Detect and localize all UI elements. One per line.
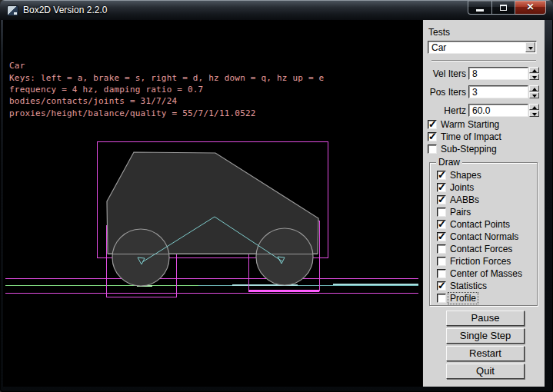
checkbox-label: Contact Forces [450,244,512,254]
checkbox[interactable] [428,120,437,129]
spinner-value-field[interactable]: 8 [468,67,528,80]
arrow-up-icon [532,88,537,91]
debug-text-line: frequency = 4 hz, damping ratio = 0.7 [9,84,324,95]
checkbox[interactable] [437,269,446,278]
checkbox[interactable] [437,257,446,266]
tests-dropdown-button[interactable] [525,42,535,52]
checkbox[interactable] [437,208,446,217]
action-button[interactable]: Quit [446,364,525,379]
close-icon: ✕ [515,2,545,12]
spinner-row: Vel Iters 8 [423,67,545,80]
action-button[interactable]: Restart [446,346,525,361]
control-panel: Tests Car Vel Iters 8 [422,20,545,387]
debug-text: CarKeys: left = a, brake = s, right = d,… [9,25,324,119]
action-button[interactable]: Single Step [446,328,525,344]
chevron-down-icon [528,47,533,52]
spinner-buttons [529,104,539,117]
spin-down-button[interactable] [529,92,539,98]
maximize-icon [500,5,507,11]
tests-label: Tests [428,27,450,38]
arrow-down-icon [532,76,537,79]
spinner-buttons [529,85,539,98]
checkbox-label: Shapes [450,170,481,181]
action-button[interactable]: Pause [446,311,525,326]
tests-dropdown-value: Car [431,42,446,53]
ground-edge [5,284,418,286]
right-wheel [256,228,313,285]
action-buttons: Pause Single Step Restart Quit [446,311,525,381]
checkbox[interactable] [437,195,446,204]
checkbox[interactable] [428,145,437,154]
draw-groupbox: Draw Shapes Joints [429,162,538,306]
spinner-row: Hertz 60.0 [423,104,545,117]
spinner-row: Pos Iters 3 [423,85,545,98]
spinner-buttons [529,67,539,80]
spin-up-button[interactable] [529,104,539,110]
checkbox[interactable] [437,220,446,229]
spinner-label: Hertz [423,105,466,116]
debug-text-line: bodies/contacts/joints = 31/7/24 [9,95,324,107]
caption-buttons: ✕ [468,1,546,15]
checkbox-label: Pairs [450,207,471,218]
checkbox-label: Statistics [450,281,487,291]
arrow-up-icon [532,106,537,109]
spinner-value-field[interactable]: 60.0 [468,104,528,117]
spinner-value-field[interactable]: 3 [468,85,528,98]
checkbox-label: Profile [448,293,478,304]
debug-text-line: proxies/height/balance/quality = 55/7/1/… [9,108,324,119]
checkbox-label: Center of Masses [450,268,522,279]
checkbox-label: AABBs [450,194,479,205]
checkbox-label: Contact Points [450,219,510,230]
spin-down-button[interactable] [529,74,539,80]
window-title: Box2D Version 2.2.0 [23,5,107,15]
close-button[interactable]: ✕ [515,1,546,15]
spin-up-button[interactable] [529,85,539,91]
checkbox-label: Warm Starting [441,119,499,130]
debug-text-line: Keys: left = a, brake = s, right = d, hz… [9,72,324,84]
debug-text-line: Car [9,60,324,71]
checkbox-label: Friction Forces [450,256,511,267]
checkbox-label: Contact Normals [450,231,518,242]
checkbox-label: Time of Impact [441,131,501,142]
checkbox[interactable] [437,244,446,254]
checkbox[interactable] [437,171,446,180]
spinner-label: Pos Iters [423,87,466,98]
tests-dropdown[interactable]: Car [428,41,537,54]
spin-up-button[interactable] [529,67,539,73]
arrow-down-icon [532,95,537,98]
checkbox[interactable] [428,132,437,141]
checkbox-label: Joints [450,182,474,193]
client-area: CarKeys: left = a, brake = s, right = d,… [3,20,545,387]
titlebar[interactable]: Box2D Version 2.2.0 ✕ [0,0,553,20]
minimize-icon [476,9,484,12]
simulation-canvas[interactable]: CarKeys: left = a, brake = s, right = d,… [3,20,422,387]
checkbox[interactable] [437,232,446,241]
spin-down-button[interactable] [529,111,539,117]
checkbox[interactable] [437,294,446,303]
spinner-label: Vel Iters [423,68,466,79]
arrow-up-icon [532,69,537,72]
checkbox[interactable] [437,183,446,192]
minimize-button[interactable] [468,1,491,15]
draw-groupbox-label: Draw [436,157,462,168]
separator [431,60,536,61]
app-icon [7,5,18,16]
checkbox[interactable] [437,281,446,291]
checkbox-label: Sub-Stepping [441,144,497,154]
arrow-down-icon [532,113,537,116]
maximize-button[interactable] [491,1,515,15]
window: Box2D Version 2.2.0 ✕ [0,0,553,392]
